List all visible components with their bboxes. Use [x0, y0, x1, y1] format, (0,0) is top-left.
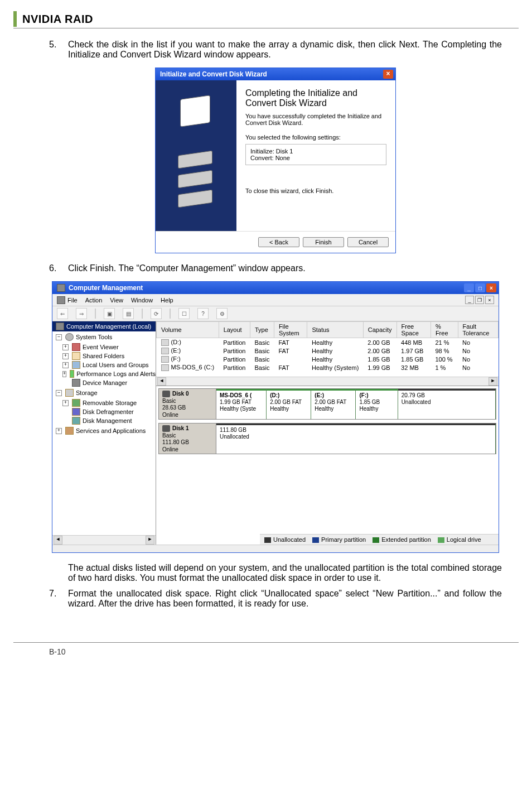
step-5-text: Check the disk in the list if you want t… — [68, 40, 502, 60]
back-button[interactable]: < Back — [258, 237, 299, 247]
step-6: 6. Click Finish. The “Computer Managemen… — [49, 263, 502, 273]
step-7-number: 7. — [49, 589, 60, 609]
up-icon[interactable]: ▣ — [104, 308, 115, 319]
partition[interactable]: MS-DOS_6 (1.99 GB FATHealthy (Syste — [216, 389, 267, 419]
step-6-number: 6. — [49, 263, 60, 273]
page-number: B-10 — [13, 642, 519, 656]
app-icon — [57, 284, 65, 292]
col-type[interactable]: Type — [250, 322, 274, 338]
table-row[interactable]: MS-DOS_6 (C:)PartitionBasicFATHealthy (S… — [157, 363, 499, 372]
list-icon[interactable]: ▤ — [123, 308, 134, 319]
col-capacity[interactable]: Capacity — [363, 322, 396, 338]
tree-local-users[interactable]: +Local Users and Groups — [62, 360, 156, 369]
menu-file[interactable]: File — [67, 297, 78, 304]
storage-icon — [65, 389, 74, 397]
table-row[interactable]: (F:)PartitionBasicHealthy1.85 GB1.85 GB1… — [157, 355, 499, 363]
maximize-icon[interactable]: □ — [475, 283, 485, 292]
drive-icon — [180, 95, 210, 127]
inner-restore-icon[interactable]: ❐ — [475, 296, 484, 304]
refresh-icon[interactable]: ⟳ — [151, 308, 162, 319]
computer-management-window: Computer Management _ □ × File Action Vi… — [52, 281, 499, 553]
partition-unallocated[interactable]: 111.80 GBUnallocated — [216, 423, 496, 454]
disk-graphical-panel[interactable]: Disk 0 Basic 28.63 GB Online MS-DOS_6 (1… — [156, 386, 499, 545]
volume-icon — [161, 364, 169, 371]
tree-disk-management[interactable]: Disk Management — [62, 416, 156, 425]
scroll-left-icon[interactable]: ◄ — [54, 536, 62, 545]
inner-minimize-icon[interactable]: _ — [465, 296, 474, 304]
wizard-titlebar[interactable]: Initialize and Convert Disk Wizard × — [156, 68, 395, 80]
settings-icon[interactable]: ⚙ — [216, 308, 228, 319]
menu-action[interactable]: Action — [85, 297, 103, 304]
tree-storage[interactable]: −Storage — [56, 388, 156, 397]
wizard-dialog: Initialize and Convert Disk Wizard × Com… — [155, 68, 396, 253]
col-fault[interactable]: Fault Tolerance — [458, 322, 498, 338]
users-icon — [72, 361, 80, 369]
tree-perf-logs[interactable]: +Performance Logs and Alerts — [62, 369, 156, 378]
tree-removable[interactable]: +Removable Storage — [62, 398, 156, 407]
inner-close-icon[interactable]: × — [485, 296, 494, 304]
step-7: 7. Format the unallocated disk space. Ri… — [49, 589, 502, 609]
drive-icon — [178, 190, 212, 208]
folder-icon — [72, 352, 80, 360]
minimize-icon[interactable]: _ — [464, 283, 474, 292]
removable-icon — [72, 399, 80, 407]
tree-services[interactable]: +Services and Applications — [56, 426, 156, 435]
col-freespace[interactable]: Free Space — [396, 322, 431, 338]
disk-1-label[interactable]: Disk 1 Basic 111.80 GB Online — [159, 423, 216, 454]
scroll-right-icon[interactable]: ► — [146, 536, 154, 545]
menu-help[interactable]: Help — [161, 297, 173, 304]
nav-fwd-icon[interactable]: ⇒ — [76, 308, 87, 319]
step-6-text: Click Finish. The “Computer Management” … — [68, 263, 306, 273]
menu-window[interactable]: Window — [131, 297, 153, 304]
mgmt-menubar[interactable]: File Action View Window Help _ ❐ × — [52, 294, 499, 306]
nav-back-icon[interactable]: ⇐ — [57, 308, 68, 319]
mgmt-toolbar[interactable]: ⇐ ⇒ ▣ ▤ ⟳ ☐ ? ⚙ — [52, 306, 499, 321]
disk-0-row[interactable]: Disk 0 Basic 28.63 GB Online MS-DOS_6 (1… — [158, 388, 496, 420]
volume-list-panel[interactable]: Volume Layout Type File System Status Ca… — [156, 321, 499, 386]
partition[interactable]: (D:)2.00 GB FATHealthy — [267, 389, 311, 419]
wizard-subtext: You have successfully completed the Init… — [245, 113, 386, 126]
tree-root[interactable]: Computer Management (Local) — [52, 321, 156, 331]
col-status[interactable]: Status — [307, 322, 363, 338]
disk-0-label[interactable]: Disk 0 Basic 28.63 GB Online — [159, 389, 216, 419]
tree-defrag[interactable]: Disk Defragmenter — [62, 407, 156, 416]
finish-button[interactable]: Finish — [303, 237, 344, 247]
tree-device-mgr[interactable]: Device Manager — [62, 378, 156, 387]
volume-icon — [161, 356, 169, 363]
table-row[interactable]: (D:)PartitionBasicFATHealthy2.00 GB448 M… — [157, 338, 499, 347]
cancel-button[interactable]: Cancel — [347, 237, 389, 247]
disk-management-icon — [72, 417, 80, 425]
mgmt-tree-panel[interactable]: Computer Management (Local) −System Tool… — [52, 321, 156, 545]
tree-horizontal-scrollbar[interactable]: ◄ ► — [52, 535, 156, 545]
post-mgmt-paragraph: The actual disks listed will depend on y… — [68, 563, 502, 583]
menu-view[interactable]: View — [110, 297, 123, 304]
disk-1-row[interactable]: Disk 1 Basic 111.80 GB Online 111.80 GBU… — [158, 423, 496, 454]
close-icon[interactable]: × — [486, 283, 496, 292]
close-icon[interactable]: × — [383, 70, 393, 79]
volume-icon — [161, 348, 169, 354]
volume-horizontal-scrollbar[interactable]: ◄ ► — [156, 377, 499, 386]
partition-unallocated[interactable]: 20.79 GBUnallocated — [398, 389, 496, 419]
disk-icon — [162, 425, 170, 432]
col-volume[interactable]: Volume — [157, 322, 219, 338]
scroll-right-icon[interactable]: ► — [489, 377, 497, 386]
scroll-left-icon[interactable]: ◄ — [157, 377, 166, 386]
event-viewer-icon — [72, 343, 80, 351]
document-header: NVIDIA RAID — [13, 11, 519, 28]
tree-shared-folders[interactable]: +Shared Folders — [62, 352, 156, 360]
tree-event-viewer[interactable]: +Event Viewer — [62, 343, 156, 352]
mgmt-titlebar[interactable]: Computer Management _ □ × — [52, 282, 499, 294]
computer-icon — [56, 323, 64, 330]
col-layout[interactable]: Layout — [219, 322, 250, 338]
tree-system-tools[interactable]: −System Tools — [56, 333, 156, 341]
partition[interactable]: (E:)2.00 GB FATHealthy — [311, 389, 356, 419]
properties-icon[interactable]: ☐ — [178, 308, 190, 319]
help-icon[interactable]: ? — [197, 308, 209, 319]
legend-extended-swatch — [373, 537, 379, 543]
partition[interactable]: (F:)1.85 GBHealthy — [356, 389, 398, 419]
table-row[interactable]: (E:)PartitionBasicFATHealthy2.00 GB1.97 … — [157, 346, 499, 355]
col-pctfree[interactable]: % Free — [431, 322, 458, 338]
col-filesystem[interactable]: File System — [274, 322, 307, 338]
mgmt-title-text: Computer Management — [69, 284, 143, 292]
wizard-settings-box: Initialize: Disk 1 Convert: None — [245, 144, 386, 165]
